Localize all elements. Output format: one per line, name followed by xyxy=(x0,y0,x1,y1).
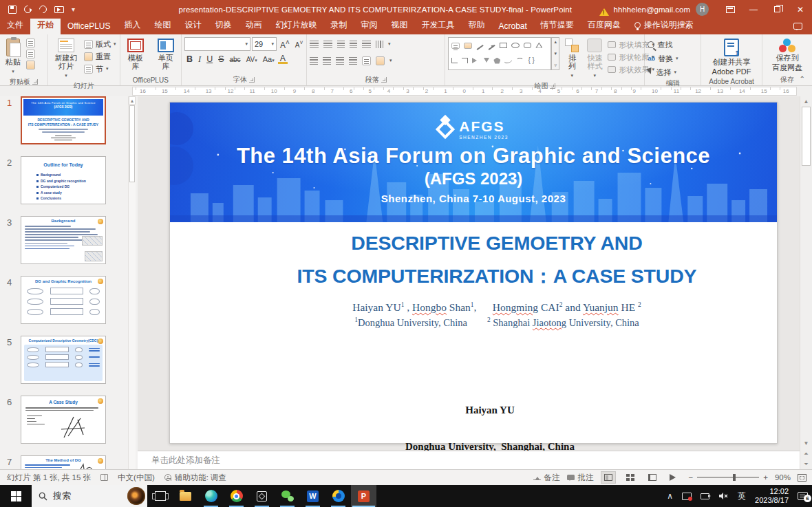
account-avatar[interactable]: H xyxy=(696,3,709,16)
scrollbar-thumb[interactable] xyxy=(802,107,811,166)
tab-file[interactable]: 文件 xyxy=(0,17,30,34)
fit-slide-button[interactable] xyxy=(798,474,806,482)
rounded-rectangle-shape-icon[interactable] xyxy=(524,43,531,48)
oval-shape-icon[interactable] xyxy=(511,43,520,48)
font-color-button[interactable]: A xyxy=(278,55,288,64)
paste-button[interactable]: 粘贴▾ xyxy=(3,37,23,77)
line-spacing-icon[interactable] xyxy=(362,41,371,48)
next-slide-button[interactable]: ⏷ xyxy=(800,459,812,469)
scrollbar-thumb[interactable] xyxy=(129,105,135,182)
find-button[interactable]: 查找 xyxy=(648,39,672,51)
slide-thumbnail-1[interactable]: The 14th Asia Forum on Graphic and Scien… xyxy=(21,96,106,144)
start-button[interactable] xyxy=(0,485,32,507)
tab-baidu-netdisk[interactable]: 百度网盘 xyxy=(581,17,628,34)
tab-animations[interactable]: 动画 xyxy=(238,17,268,34)
align-center-icon[interactable] xyxy=(323,57,331,65)
conference-banner-image[interactable]: AFGS SHENZHEN 2023 The 14th Asia Forum o… xyxy=(170,103,777,222)
slide-thumbnail-3[interactable]: Background xyxy=(21,216,106,264)
slideshow-view-button[interactable] xyxy=(667,471,682,484)
search-highlight-image[interactable] xyxy=(127,487,145,505)
arc-shape-icon[interactable] xyxy=(516,58,524,65)
template-library-button[interactable]: 模板库 xyxy=(123,37,148,72)
tab-insert[interactable]: 插入 xyxy=(117,17,147,34)
language-status[interactable]: 中文(中国) xyxy=(118,473,155,483)
line-shape-icon[interactable] xyxy=(477,44,484,50)
italic-button[interactable]: I xyxy=(196,54,203,65)
arrow-right-shape-icon[interactable] xyxy=(472,58,480,63)
brace-shape-icon[interactable]: { } xyxy=(528,58,534,65)
scroll-down-icon[interactable]: ▼ xyxy=(800,438,812,449)
slide-canvas[interactable]: AFGS SHENZHEN 2023 The 14th Asia Forum o… xyxy=(169,102,778,444)
strikethrough-button[interactable]: S xyxy=(216,54,226,64)
font-size-select[interactable]: 29▾ xyxy=(252,37,277,51)
notes-pane[interactable]: 单击此处添加备注 xyxy=(138,451,800,469)
thumbnail-panel-scrollbar[interactable]: ▲ xyxy=(128,96,136,469)
arrow-down-shape-icon[interactable] xyxy=(484,58,489,65)
ribbon-display-options-button[interactable] xyxy=(718,0,742,19)
tab-acrobat[interactable]: Acrobat xyxy=(491,19,533,34)
start-slideshow-icon[interactable] xyxy=(54,6,64,13)
scroll-up-icon[interactable]: ▲ xyxy=(800,96,812,107)
quick-styles-button[interactable]: 快速样式▾ xyxy=(584,37,605,81)
justify-icon[interactable] xyxy=(349,57,357,65)
edge-button[interactable] xyxy=(198,485,224,507)
align-text-icon[interactable]: ▾ xyxy=(388,41,391,47)
spellcheck-icon[interactable] xyxy=(100,474,108,481)
tab-record[interactable]: 录制 xyxy=(323,17,354,34)
elbow-connector-icon[interactable] xyxy=(462,58,468,63)
tab-storyboard[interactable]: 情节提要 xyxy=(534,17,581,34)
layout-button[interactable]: 版式▾ xyxy=(84,38,116,50)
taskbar-search-input[interactable]: 搜索 xyxy=(32,485,147,507)
decrease-indent-icon[interactable] xyxy=(337,41,345,48)
camera-icon[interactable] xyxy=(701,493,709,499)
grow-font-button[interactable]: A˄ xyxy=(278,39,292,50)
clear-format-icon[interactable]: abc xyxy=(228,56,243,63)
comments-toggle[interactable]: 批注 xyxy=(567,473,594,483)
collapse-ribbon-icon[interactable]: ⌃ xyxy=(800,75,805,83)
powerpoint-button[interactable]: P xyxy=(351,485,376,507)
new-slide-button[interactable]: 新建幻灯片▾ xyxy=(51,37,81,81)
smartart-convert-icon[interactable] xyxy=(376,56,385,65)
tell-me-search[interactable]: 操作说明搜索 xyxy=(628,17,701,34)
align-right-icon[interactable] xyxy=(336,57,344,65)
previous-slide-button[interactable]: ⏶ xyxy=(800,449,812,459)
zoom-in-button[interactable]: + xyxy=(763,473,768,482)
hidden-icons-chevron[interactable]: ∧ xyxy=(667,491,673,501)
tab-transitions[interactable]: 切换 xyxy=(208,17,238,34)
slide-thumbnail-6[interactable]: A Case Study xyxy=(21,396,106,444)
change-case-button[interactable]: Aa▾ xyxy=(261,55,277,63)
copy-icon[interactable] xyxy=(26,50,35,58)
select-button[interactable]: 选择▾ xyxy=(648,66,676,78)
redo-icon[interactable] xyxy=(38,4,49,15)
bold-button[interactable]: B xyxy=(184,54,195,64)
arrow-shape-icon[interactable] xyxy=(489,44,495,50)
font-name-select[interactable]: ▾ xyxy=(184,37,250,51)
rectangle-shape-icon[interactable] xyxy=(500,43,507,48)
single-page-library-button[interactable]: 单页库 xyxy=(153,37,178,72)
slide-sorter-view-button[interactable] xyxy=(623,471,638,484)
vertical-scrollbar[interactable]: ▲ ▼ ⏶ ⏷ xyxy=(800,96,812,469)
zoom-out-button[interactable]: − xyxy=(689,473,694,482)
accessibility-status[interactable]: 辅助功能: 调查 xyxy=(164,473,226,483)
minimize-button[interactable]: — xyxy=(742,0,765,19)
normal-view-button[interactable] xyxy=(601,471,616,484)
notification-center-icon[interactable]: 6 xyxy=(798,492,808,500)
underline-button[interactable]: U xyxy=(204,54,215,64)
volume-muted-icon[interactable] xyxy=(718,492,729,500)
l-shape-icon[interactable] xyxy=(451,58,458,63)
zoom-slider[interactable] xyxy=(697,477,759,478)
taskbar-clock[interactable]: 12:02 2023/8/17 xyxy=(755,487,789,505)
task-view-button[interactable] xyxy=(147,485,173,507)
tab-design[interactable]: 设计 xyxy=(178,17,208,34)
slide-thumbnail-7[interactable]: The Method of DG xyxy=(21,455,106,469)
netdisk-button[interactable] xyxy=(325,485,351,507)
chrome-button[interactable] xyxy=(224,485,249,507)
character-spacing-button[interactable]: AV▾ xyxy=(244,56,259,63)
format-painter-icon[interactable] xyxy=(26,61,35,69)
reset-button[interactable]: 重置 xyxy=(84,50,116,63)
textbox-vertical-icon[interactable] xyxy=(464,43,472,49)
tab-draw[interactable]: 绘图 xyxy=(147,17,178,34)
triangle-shape-icon[interactable] xyxy=(535,43,542,48)
notes-toggle[interactable]: 备注 xyxy=(533,473,560,483)
save-to-baidu-button[interactable]: 保存到百度网盘 xyxy=(769,37,805,73)
